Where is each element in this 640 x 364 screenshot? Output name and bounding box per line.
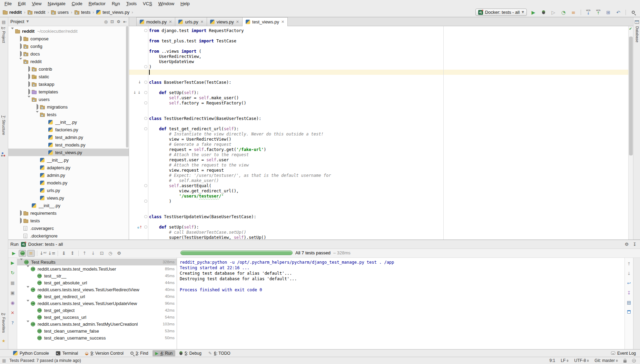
tree-collapse-arrow[interactable] [25, 322, 31, 326]
scroll-down-icon[interactable]: ↓ [627, 270, 631, 276]
menu-item-window[interactable]: Window [155, 0, 177, 8]
rerun-failed-icon[interactable]: ↻ [11, 270, 14, 276]
soft-wrap-icon[interactable]: ↩ [627, 280, 631, 286]
toolwindow-python-console[interactable]: Python Console [10, 350, 52, 356]
tree-expand-arrow[interactable] [26, 82, 32, 86]
run-context-icon[interactable]: ≡ [570, 9, 577, 16]
tree-item-test-views-py[interactable]: test_views.py [8, 149, 129, 156]
tree-item-users[interactable]: users [8, 95, 129, 103]
run-configuration-select[interactable]: dj Docker: tests - all ▼ [475, 9, 527, 16]
breadcrumb-item-users[interactable]: users [51, 10, 69, 15]
editor-gutter[interactable]: ↓↓ ↓o↑ [129, 26, 148, 240]
toolwindow-switcher-icon[interactable]: ▦ [2, 358, 6, 363]
tab-close-icon[interactable]: ✕ [281, 20, 284, 24]
breadcrumb-item-tests[interactable]: tests [75, 10, 90, 15]
menu-item-edit[interactable]: Edit [15, 0, 29, 8]
fold-marker[interactable] [144, 117, 147, 120]
rerun-icon[interactable]: ▶ [10, 250, 18, 257]
rerun-tests-icon[interactable]: ▶ [11, 260, 14, 266]
fold-marker[interactable] [144, 127, 147, 130]
vcs-commit-icon[interactable]: VCS↑ [595, 9, 602, 16]
toolwindow-run[interactable]: ▶4: Run [152, 350, 176, 356]
tree-item-test-admin-py[interactable]: test_admin.py [8, 133, 129, 141]
collapse-all-icon[interactable]: ⊟ [110, 19, 114, 24]
export-icon[interactable]: ⊡ [98, 250, 106, 257]
tool-button-favorites[interactable]: 2: Favorites [2, 313, 6, 333]
tree-item-config[interactable]: config [8, 42, 129, 50]
test-node-test-str[interactable]: OKtest__str__45ms [17, 272, 177, 279]
menu-item-tools[interactable]: Tools [123, 0, 140, 8]
menu-item-refactor[interactable]: Refactor [86, 0, 109, 8]
tree-expand-arrow[interactable] [18, 44, 23, 48]
tree-item-models-py[interactable]: models.py [8, 179, 129, 186]
tree-item-init-py[interactable]: __init__.py [8, 118, 129, 126]
test-node-test-get-object[interactable]: OKtest_get_object42ms [17, 307, 177, 314]
breadcrumb-item-reddit[interactable]: reddit [3, 10, 22, 15]
show-ignored-icon[interactable]: ≡ [27, 250, 35, 257]
tree-item-test-models-py[interactable]: test_models.py [8, 141, 129, 149]
test-node-test-get-success-url[interactable]: OKtest_get_success_url54ms [17, 314, 177, 321]
menu-item-help[interactable]: Help [177, 0, 193, 8]
tree-item-taskapp[interactable]: taskapp [8, 80, 129, 88]
run-console[interactable]: reddit_pycha:python -u /opt/.pycharm_hel… [177, 258, 624, 349]
tree-expand-arrow[interactable] [18, 37, 23, 40]
settings-icon[interactable]: ⚙ [117, 19, 120, 24]
tree-expand-arrow[interactable] [18, 211, 23, 215]
highlighting-level-icon[interactable] [632, 359, 636, 363]
test-node-test-clean-username-success[interactable]: OKtest_clean_username_success50ms [17, 334, 177, 341]
fold-marker[interactable] [144, 101, 147, 104]
settings-icon[interactable]: ⚙ [624, 242, 629, 247]
scrollbar-thumb[interactable] [629, 37, 633, 155]
chevron-down-icon[interactable]: ▼ [26, 20, 29, 23]
tree-expand-arrow[interactable] [26, 67, 32, 71]
hide-icon[interactable]: ↧ [633, 242, 637, 247]
tree-collapse-arrow[interactable] [10, 29, 15, 33]
menu-item-run[interactable]: Run [109, 0, 123, 8]
toolwindow-todo[interactable]: ✎6: TODO [206, 350, 233, 356]
inspections-ok-icon[interactable]: ✔ [629, 27, 632, 31]
profiler-icon[interactable]: ◔ [560, 9, 567, 16]
event-log-button[interactable]: Event Log [611, 351, 636, 356]
toolwindow-version-control[interactable]: ◒9: Version Control [82, 350, 126, 356]
tree-item-static[interactable]: static [8, 73, 129, 80]
tree-item-contrib[interactable]: contrib [8, 65, 129, 73]
tree-expand-arrow[interactable] [18, 219, 23, 222]
editor-scrollbar[interactable]: ✔ [628, 26, 633, 240]
editor-tab-test-views-py[interactable]: test_views.py✕ [242, 17, 288, 26]
fold-marker[interactable] [144, 184, 147, 187]
tree-collapse-arrow[interactable] [19, 260, 24, 264]
local-history-icon[interactable]: ⊞ [605, 9, 612, 16]
toolwindow-terminal[interactable]: ▸_Terminal [53, 350, 81, 356]
previous-failed-icon[interactable]: ↑ [81, 250, 88, 257]
tool-button-database[interactable]: Database [635, 26, 639, 42]
tree-expand-arrow[interactable] [35, 105, 40, 109]
test-node-test-clean-username-false[interactable]: OKtest_clean_username_false53ms [17, 327, 177, 334]
fold-marker[interactable] [144, 81, 147, 84]
test-node-test-get-absolute-url[interactable]: OKtest_get_absolute_url44ms [17, 279, 177, 286]
toolwindow-debug[interactable]: 5: Debug [177, 350, 204, 356]
menu-item-code[interactable]: Code [69, 0, 86, 8]
test-node-test-get-redirect-url[interactable]: OKtest_get_redirect_url40ms [17, 293, 177, 300]
debug-icon[interactable] [540, 9, 547, 16]
line-ending-select[interactable]: LF [561, 358, 569, 363]
vcs-update-icon[interactable]: VCS↓ [585, 9, 592, 16]
tree-item-migrations[interactable]: migrations [8, 103, 129, 111]
stop-icon[interactable]: ■ [10, 280, 14, 286]
status-message[interactable]: Tests Passed: 7 passed (a minute ago) [9, 358, 81, 363]
breadcrumb-item-reddit[interactable]: reddit [28, 10, 46, 15]
tree-collapse-arrow[interactable] [35, 113, 40, 116]
help-icon[interactable]: ? [11, 320, 14, 326]
project-scrollbar[interactable] [126, 26, 128, 148]
fold-marker[interactable] [144, 91, 147, 94]
tree-item-reddit[interactable]: reddit [8, 58, 129, 65]
test-node-reddit-users-tests-test-views-testuserupdateview[interactable]: OKreddit.users.tests.test_views.TestUser… [17, 300, 177, 307]
tab-close-icon[interactable]: ✕ [200, 20, 204, 24]
lock-icon[interactable] [623, 360, 627, 363]
close-icon[interactable]: ✕ [11, 310, 14, 316]
fold-marker[interactable] [144, 65, 147, 68]
encoding-select[interactable]: UTF-8 [574, 358, 589, 363]
menu-item-file[interactable]: File [1, 0, 15, 8]
breadcrumb-item-test-views-py[interactable]: test_views.py [96, 10, 129, 15]
subclassed2-gutter-icon[interactable]: ↓ ↓ [133, 91, 141, 94]
test-node-reddit-users-tests-test-views-testuserredirectview[interactable]: OKreddit.users.tests.test_views.TestUser… [17, 286, 177, 293]
